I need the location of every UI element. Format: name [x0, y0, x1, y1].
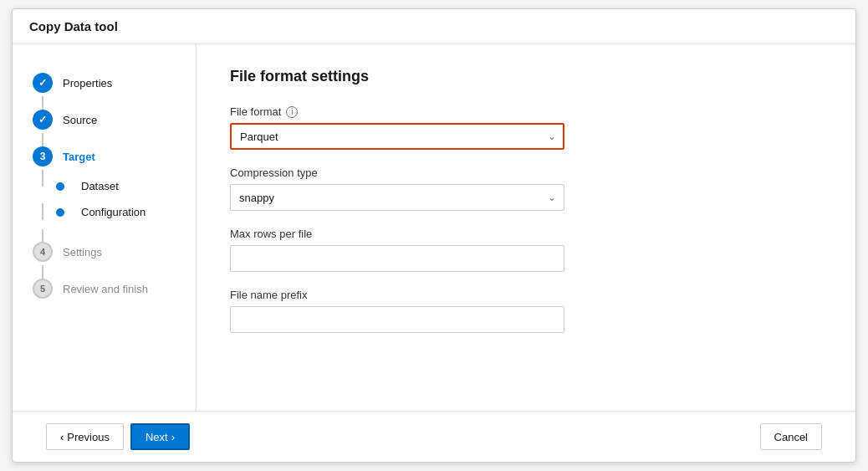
step-label-configuration: Configuration: [81, 206, 146, 218]
max-rows-group: Max rows per file: [230, 228, 822, 272]
step-circle-review: 5: [33, 279, 53, 299]
step-circle-source: ✓: [33, 110, 53, 130]
previous-button[interactable]: ‹ Previous: [46, 423, 124, 450]
step-dot-configuration: [56, 208, 64, 217]
section-title: File format settings: [230, 68, 822, 85]
step-circle-properties: ✓: [33, 73, 53, 93]
file-format-label: File format i: [230, 105, 822, 118]
compression-type-label: Compression type: [230, 166, 822, 179]
sidebar-item-configuration[interactable]: Configuration: [13, 197, 196, 227]
file-name-prefix-label: File name prefix: [230, 289, 822, 301]
file-name-prefix-input[interactable]: [230, 306, 564, 333]
next-chevron-icon: ›: [171, 431, 175, 443]
file-format-select-wrapper: Parquet CSV JSON Avro ORC ⌄: [230, 123, 564, 150]
step-label-target: Target: [63, 151, 95, 163]
sidebar: ✓ Properties ✓ Source 3 Target Dataset: [13, 44, 197, 411]
main-content: File format settings File format i Parqu…: [197, 44, 855, 411]
next-button[interactable]: Next ›: [130, 423, 190, 450]
cancel-button[interactable]: Cancel: [760, 423, 822, 450]
dialog-header: Copy Data tool: [13, 9, 855, 44]
compression-type-group: Compression type snappy gzip none lzo br…: [230, 166, 822, 211]
sidebar-item-target[interactable]: 3 Target: [13, 138, 196, 175]
step-dot-dataset: [56, 182, 64, 191]
step-label-review: Review and finish: [63, 283, 148, 295]
step-label-dataset: Dataset: [81, 180, 119, 192]
previous-chevron-icon: ‹: [60, 431, 64, 443]
sidebar-item-settings[interactable]: 4 Settings: [13, 233, 196, 270]
dialog-footer: ‹ Previous Next › Cancel: [13, 411, 855, 462]
sidebar-item-properties[interactable]: ✓ Properties: [13, 64, 196, 101]
dialog-title: Copy Data tool: [29, 19, 118, 33]
sidebar-item-review[interactable]: 5 Review and finish: [13, 270, 196, 307]
file-format-select[interactable]: Parquet CSV JSON Avro ORC: [230, 123, 564, 150]
step-circle-target: 3: [33, 146, 53, 166]
compression-type-select[interactable]: snappy gzip none lzo brotli: [230, 184, 564, 211]
file-format-info-icon[interactable]: i: [286, 106, 298, 118]
step-circle-settings: 4: [33, 242, 53, 262]
step-label-source: Source: [63, 114, 97, 126]
file-format-group: File format i Parquet CSV JSON Avro ORC …: [230, 105, 822, 150]
copy-data-dialog: Copy Data tool ✓ Properties ✓ Source 3 T…: [12, 8, 856, 463]
file-name-prefix-group: File name prefix: [230, 289, 822, 333]
sidebar-item-source[interactable]: ✓ Source: [13, 101, 196, 138]
max-rows-label: Max rows per file: [230, 228, 822, 240]
step-label-settings: Settings: [63, 246, 102, 259]
dialog-body: ✓ Properties ✓ Source 3 Target Dataset: [13, 44, 855, 411]
compression-type-select-wrapper: snappy gzip none lzo brotli ⌄: [230, 184, 564, 211]
max-rows-input[interactable]: [230, 245, 564, 272]
step-label-properties: Properties: [63, 77, 112, 90]
sidebar-item-dataset[interactable]: Dataset: [13, 172, 196, 201]
